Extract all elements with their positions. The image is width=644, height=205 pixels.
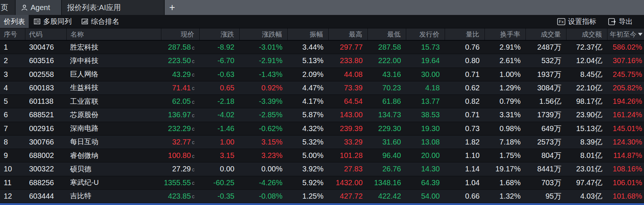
cell-price-value: 62.05 <box>172 97 191 106</box>
stock-row-688256[interactable]: 11688256寒武纪-U1355.55c-60.25-4.26%5.92%14… <box>0 176 644 190</box>
cell-turnover-value: 97.47亿 <box>576 178 602 188</box>
column-header-low[interactable]: 最低 <box>368 28 406 40</box>
view-multi-stock[interactable]: 多股同列 <box>29 15 76 28</box>
column-header-volume[interactable]: 成交量 <box>526 28 566 40</box>
cell-code-value: 603444 <box>29 192 54 201</box>
cell-volume-value: 649万 <box>542 124 561 134</box>
new-tab-button[interactable]: + <box>165 1 180 14</box>
column-header-turnover_rate[interactable]: 换手率 <box>485 28 526 40</box>
cell-volume_ratio: 0.76 <box>445 41 485 54</box>
cell-name: 睿创微纳 <box>67 149 161 162</box>
column-header-ytd[interactable]: 年初至今 <box>607 28 644 40</box>
cell-turnover-value: 23.01亿 <box>576 164 602 174</box>
view-quote-list[interactable]: 价列表 <box>0 15 29 28</box>
cell-turnover: 98.17亿 <box>566 95 607 108</box>
cell-volume-value: 532万 <box>542 56 561 66</box>
cell-no: 6 <box>0 108 25 121</box>
cell-low: 96.40 <box>368 149 406 162</box>
view-ranking[interactable]: 综合排名 <box>76 15 124 28</box>
cell-turnover-value: 4.03亿 <box>580 191 602 201</box>
cell-volume_ratio: 1.14 <box>445 162 485 176</box>
cell-code: 300766 <box>25 136 67 149</box>
cell-turnover-value: 12.04亿 <box>576 56 602 66</box>
stock-row-601138[interactable]: 5601138工业富联62.05c-2.18-3.39%4.17%64.5461… <box>0 95 644 108</box>
cell-turnover_rate: 0.79% <box>485 95 526 108</box>
cell-code-value: 688521 <box>29 111 54 119</box>
cell-ytd-value: 108.16% <box>613 165 642 173</box>
tab-home[interactable]: 页 <box>0 0 15 15</box>
cell-volume: 2487万 <box>526 41 566 54</box>
cell-low: 61.86 <box>368 95 406 108</box>
cell-turnover: 15.13亿 <box>566 122 607 135</box>
column-header-amplitude[interactable]: 振幅 <box>288 28 329 40</box>
cell-change_pct: 0.00% <box>240 162 288 176</box>
column-header-issue_price[interactable]: 发行价 <box>406 28 445 40</box>
cell-no: 12 <box>0 190 25 203</box>
cell-turnover: 8.45亿 <box>566 68 607 81</box>
tab-agent[interactable]: Agent <box>16 0 61 15</box>
cell-change-value: -1.46 <box>217 124 234 133</box>
cell-volume_ratio: 0.73 <box>445 122 485 135</box>
cell-amplitude: 5.00% <box>288 149 329 162</box>
column-header-price[interactable]: 现价 <box>161 28 200 40</box>
stock-row-002558[interactable]: 3002558巨人网络43.29c-0.63-1.43%2.09%44.0843… <box>0 68 644 81</box>
tab-agent-label: Agent <box>31 3 50 12</box>
cell-amplitude: 3.92% <box>288 162 329 176</box>
tab-home-label: 页 <box>1 3 8 13</box>
cell-turnover_rate: 1.29% <box>485 81 526 94</box>
stock-row-300322[interactable]: 10300322硕贝德27.29c0.000.00%3.92%27.8326.7… <box>0 162 644 176</box>
cell-change_pct-value: -2.85% <box>259 111 282 119</box>
stock-row-600183[interactable]: 4600183生益科技71.41c0.650.92%4.47%73.3970.2… <box>0 81 644 95</box>
column-header-high[interactable]: 最高 <box>329 28 368 40</box>
cell-code: 002916 <box>25 122 67 135</box>
set-indicator-button[interactable]: Fx 设置指标 <box>551 15 602 28</box>
cell-code-value: 601138 <box>29 97 53 106</box>
column-header-turnover[interactable]: 成交额 <box>566 28 607 40</box>
cell-ytd: 101.68% <box>607 190 644 203</box>
stock-row-603444[interactable]: 12603444吉比特423.85c-0.35-0.08%1.25%427.72… <box>0 190 644 203</box>
quote-table: 序号代码名称现价涨跌涨跌幅振幅最高最低发行价量比换手率成交量成交额年初至今 13… <box>0 28 644 203</box>
cell-code: 601138 <box>25 95 67 108</box>
cell-amplitude: 4.32% <box>288 122 329 135</box>
cell-volume: 649万 <box>526 122 566 135</box>
cell-no-value: 7 <box>4 124 8 133</box>
cell-volume_ratio: 1.10 <box>445 149 485 162</box>
column-header-label: 振幅 <box>310 30 323 39</box>
stock-row-688521[interactable]: 6688521芯原股份136.97c-4.02-2.85%5.87%143.00… <box>0 108 644 122</box>
cell-name-value: 淳中科技 <box>70 56 98 66</box>
cell-amplitude-value: 3.92% <box>302 165 323 173</box>
cell-no: 5 <box>0 95 25 108</box>
tab-quote-list[interactable]: 报价列表:AI应用 <box>62 0 164 15</box>
cell-issue_price: 14.30 <box>406 162 445 176</box>
cell-low: 1348.16 <box>368 176 406 189</box>
cell-change-value: -6.70 <box>217 56 234 65</box>
cell-turnover_rate-value: 0.98% <box>499 124 521 133</box>
cell-turnover_rate-value: 7.18% <box>499 138 521 146</box>
cell-low-value: 70.23 <box>382 84 401 92</box>
column-header-code[interactable]: 代码 <box>25 28 67 40</box>
cell-high: 73.39 <box>329 81 368 94</box>
column-header-change[interactable]: 涨跌 <box>200 28 240 40</box>
stock-row-688002[interactable]: 9688002睿创微纳100.80c3.153.23%5.00%101.2896… <box>0 149 644 162</box>
cell-turnover_rate: 19.17% <box>485 162 526 176</box>
cell-high: 239.39 <box>329 122 368 135</box>
cell-no: 1 <box>0 41 25 54</box>
price-unit-flag: c <box>192 180 195 186</box>
cell-volume: 8441万 <box>526 162 566 176</box>
stock-row-300476[interactable]: 1300476胜宏科技287.58c-8.92-3.01%3.44%297.77… <box>0 41 644 54</box>
export-button[interactable]: 导出 <box>602 15 639 28</box>
cell-change_pct: 3.23% <box>240 149 288 162</box>
stock-row-300766[interactable]: 8300766每日互动32.77c1.003.15%5.32%33.2931.6… <box>0 136 644 149</box>
cell-no: 2 <box>0 54 25 67</box>
column-header-volume_ratio[interactable]: 量比 <box>445 28 485 40</box>
stock-row-603516[interactable]: 2603516淳中科技223.50c-6.70-2.91%5.13%233.80… <box>0 54 644 68</box>
cell-volume: 3084万 <box>526 81 566 94</box>
column-header-name[interactable]: 名称 <box>67 28 161 40</box>
column-header-change_pct[interactable]: 涨跌幅 <box>240 28 288 40</box>
stock-row-002916[interactable]: 7002916深南电路232.29c-1.46-0.62%4.32%239.39… <box>0 122 644 136</box>
column-header-no[interactable]: 序号 <box>0 28 25 40</box>
cell-turnover_rate: 0.98% <box>485 122 526 135</box>
cell-price: 27.29c <box>161 162 200 176</box>
column-header-label: 最低 <box>387 30 401 39</box>
cell-code-value: 688256 <box>29 178 54 187</box>
